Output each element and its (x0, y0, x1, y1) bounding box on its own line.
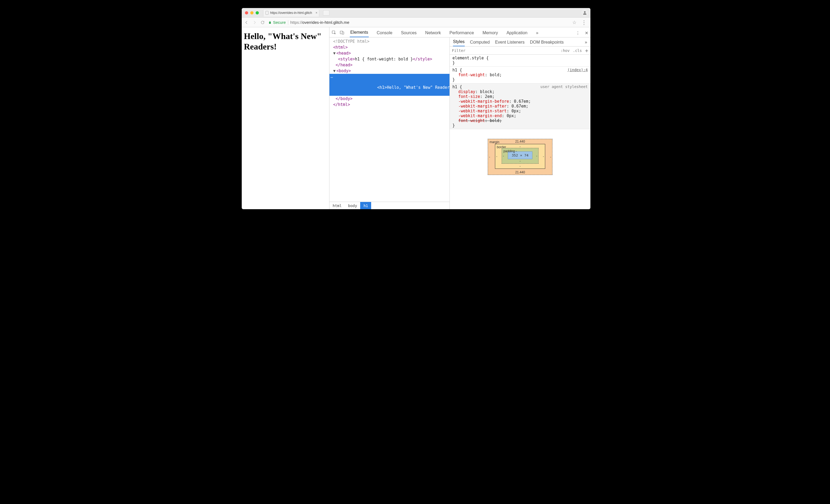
browser-menu-icon[interactable]: ⋮ (580, 19, 588, 26)
prop-name: font-size (458, 94, 480, 99)
hov-toggle[interactable]: :hov (561, 49, 570, 53)
dom-html-open[interactable]: <html> (333, 45, 348, 50)
secure-label: Secure (273, 20, 286, 25)
dom-h1-text: Hello, "What's New" Readers! (387, 85, 449, 90)
box-padding-label: padding - (504, 149, 517, 153)
selected-ellipsis-icon: … (330, 74, 333, 79)
rule-selector: element.style { (452, 56, 588, 60)
css-prop[interactable]: font-size: 2em; (452, 94, 588, 99)
new-tab-button[interactable] (323, 10, 329, 15)
omnibox[interactable]: Secure https://overrides-in-html.glitch.… (268, 20, 569, 25)
box-border-right: - (543, 155, 544, 158)
dom-body-open[interactable]: <body> (337, 68, 351, 73)
box-border-bottom: - (519, 164, 521, 168)
devtools-menu-icon[interactable]: ⋮ (576, 31, 580, 36)
dom-breadcrumbs: html body h1 (329, 202, 449, 209)
reload-button[interactable] (260, 20, 265, 25)
box-padding-bottom: - (519, 159, 521, 163)
tab-close-icon[interactable]: × (316, 11, 317, 15)
tab-elements[interactable]: Elements (350, 28, 369, 37)
tab-sources[interactable]: Sources (400, 28, 417, 37)
devtools: Elements Console Sources Network Perform… (329, 27, 590, 209)
styles-tabs-overflow-icon[interactable]: » (585, 38, 587, 46)
dom-style-css[interactable]: h1 { font-weight: bold } (355, 57, 413, 62)
css-prop-overridden[interactable]: font-weight: bold; (452, 118, 588, 123)
new-rule-button[interactable]: + (585, 48, 588, 54)
tab-console[interactable]: Console (376, 28, 393, 37)
window-titlebar: https://overrides-in-html.glitch × (242, 8, 590, 18)
box-margin-right: - (550, 155, 551, 159)
prop-value: block; (480, 89, 494, 94)
window-minimize-button[interactable] (250, 11, 254, 14)
tab-application[interactable]: Application (506, 28, 528, 37)
browser-window: https://overrides-in-html.glitch × (242, 8, 590, 209)
styles-panel: Styles Computed Event Listeners DOM Brea… (450, 37, 590, 209)
styles-filter-input[interactable] (452, 49, 557, 53)
toggle-icon[interactable]: ▼ (333, 51, 337, 56)
css-prop[interactable]: -webkit-margin-start: 0px; (452, 108, 588, 114)
toggle-icon[interactable]: ▼ (333, 68, 337, 73)
box-model[interactable]: margin 21.440 21.440 - - border - - (450, 129, 590, 209)
url-scheme: https:// (290, 20, 302, 25)
profile-avatar-icon[interactable] (581, 9, 588, 16)
prop-name: -webkit-margin-start (458, 108, 507, 114)
back-button[interactable] (245, 20, 249, 25)
tabs-overflow-icon[interactable]: » (535, 28, 539, 37)
rule-source-link[interactable]: (index):4 (567, 68, 588, 72)
tab-computed[interactable]: Computed (470, 38, 490, 46)
rule-index[interactable]: (index):4 h1 { font-weight: bold; } (450, 67, 590, 84)
css-prop[interactable]: -webkit-margin-end: 0px; (452, 114, 588, 118)
style-rules: element.style { } (index):4 h1 { font-we… (450, 55, 590, 129)
css-prop[interactable]: -webkit-margin-after: 0.67em; (452, 104, 588, 108)
box-border: border - - - - padding - - - (495, 144, 545, 169)
crumb-body[interactable]: body (345, 202, 360, 209)
prop-value: 0.67em; (514, 99, 531, 104)
box-padding-left: - (503, 154, 504, 158)
forward-button[interactable] (252, 20, 257, 25)
rule-source: user agent stylesheet (540, 85, 588, 89)
crumb-h1[interactable]: h1 (360, 202, 371, 209)
tab-dom-breakpoints[interactable]: DOM Breakpoints (530, 38, 564, 46)
cls-toggle[interactable]: .cls (573, 49, 582, 53)
content-area: Hello, "What's New" Readers! Elements (242, 27, 590, 209)
css-prop[interactable]: -webkit-margin-before: 0.67em; (452, 99, 588, 104)
bookmark-star-icon[interactable]: ☆ (572, 20, 576, 25)
dom-h1-open: <h1> (377, 85, 387, 90)
rule-element-style[interactable]: element.style { } (450, 55, 590, 67)
box-margin: margin 21.440 21.440 - - border - - (488, 139, 553, 175)
browser-tab[interactable]: https://overrides-in-html.glitch × (263, 9, 319, 17)
dom-head-close: </head> (336, 63, 352, 67)
dom-html-close: </html> (333, 102, 350, 107)
dom-tree[interactable]: <!DOCTYPE html> <html> ▼<head> <style>h1… (329, 37, 449, 202)
rule-user-agent[interactable]: user agent stylesheet h1 { display: bloc… (450, 84, 590, 129)
box-margin-bottom: 21.440 (515, 170, 525, 174)
page-icon (265, 11, 268, 15)
security-indicator[interactable]: Secure (268, 20, 286, 25)
box-border-left: - (496, 155, 497, 158)
dom-selected-node[interactable]: … <h1>Hello, "What's New" Readers!</h1> … (329, 74, 449, 96)
prop-value: 2em; (485, 94, 494, 99)
inspect-icon[interactable] (331, 30, 337, 35)
tab-event-listeners[interactable]: Event Listeners (495, 38, 524, 46)
device-toggle-icon[interactable] (340, 30, 344, 35)
box-padding: padding - - - - 352 × 74 (502, 148, 539, 164)
dom-style-open[interactable]: <style> (338, 57, 355, 62)
crumb-html[interactable]: html (329, 202, 345, 209)
tab-network[interactable]: Network (425, 28, 442, 37)
tab-memory[interactable]: Memory (482, 28, 499, 37)
dom-head-open[interactable]: <head> (337, 51, 351, 56)
rule-close: } (452, 77, 588, 82)
address-bar: Secure https://overrides-in-html.glitch.… (242, 18, 590, 27)
css-prop[interactable]: display: block; (452, 89, 588, 94)
tab-styles[interactable]: Styles (453, 38, 465, 46)
devtools-close-icon[interactable]: ✕ (585, 31, 588, 36)
box-margin-top: 21.440 (515, 139, 525, 144)
svg-rect-3 (342, 32, 344, 34)
box-margin-left: - (489, 155, 490, 159)
styles-filter-row: :hov .cls + (450, 46, 590, 55)
prop-name: -webkit-margin-after (458, 104, 507, 108)
window-zoom-button[interactable] (256, 11, 259, 14)
tab-performance[interactable]: Performance (449, 28, 475, 37)
window-close-button[interactable] (245, 11, 248, 14)
css-prop[interactable]: font-weight: bold; (452, 72, 588, 77)
